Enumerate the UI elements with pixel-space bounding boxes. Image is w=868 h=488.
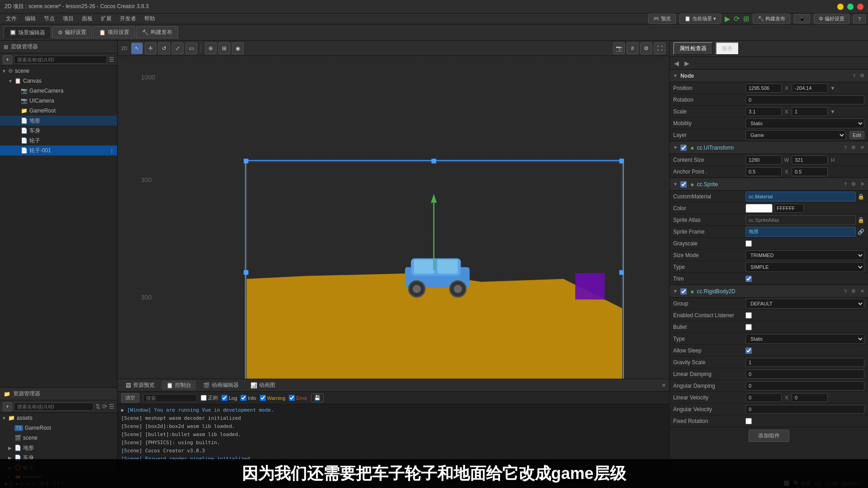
tree-item-terrain[interactable]: 📄 地形 [0,116,117,126]
add-node-button[interactable]: + [3,55,12,64]
sprite-enabled-checkbox[interactable] [680,181,687,188]
tool-rotate[interactable]: ↺ [158,42,170,54]
maximize-button[interactable] [847,4,854,10]
linear-damping-input[interactable] [745,370,864,379]
add-asset-button[interactable]: + [3,402,12,411]
node-section-header[interactable]: ▼ Node ? ⚙ [670,70,868,82]
tab-resource-preview[interactable]: 🖼 资源预览 [121,380,159,390]
tool-select[interactable]: ↖ [131,42,143,54]
filter-log[interactable]: Log [222,395,237,401]
frame-link-icon[interactable]: 🔗 [858,229,864,235]
uitransform-enabled-checkbox[interactable] [680,145,687,151]
gravity-scale-input[interactable] [745,358,864,367]
tree-item-gamecamera[interactable]: 📷 GameCamera [0,86,117,96]
filter-warning[interactable]: Warning [260,395,286,401]
material-link-icon[interactable]: 🔒 [858,193,864,200]
regex-checkbox[interactable] [201,395,207,401]
rigidbody2d-section-header[interactable]: ▼ ● cc.RigidBody2D ? ⚙ ✕ [670,285,868,298]
enabled-contact-checkbox[interactable] [745,312,752,319]
console-close-btn[interactable]: ≡ [662,382,665,389]
tab-console[interactable]: 📋 控制台 [162,380,196,390]
tab-inspector[interactable]: 属性检查器 [673,42,713,55]
filter-info[interactable]: Info [241,395,256,401]
filter-error[interactable]: Error [289,395,307,401]
warning-checkbox[interactable] [260,395,266,401]
assets-menu-button[interactable]: ☰ [109,403,114,410]
tab-build[interactable]: 🔨 构建发布 [136,26,178,38]
stop-button[interactable]: ⊞ [743,14,749,23]
layer-edit-button[interactable]: Edit [849,131,864,139]
tool-scale[interactable]: ⤢ [172,42,184,54]
sprite-delete-icon[interactable]: ✕ [860,181,864,187]
console-save-btn[interactable]: 💾 [311,394,324,402]
atlas-link-icon[interactable]: 🔒 [858,217,864,223]
content-height-input[interactable] [792,155,828,164]
uitransform-help-icon[interactable]: ? [844,145,847,150]
color-swatch[interactable] [745,204,773,213]
position-y-input[interactable] [792,84,828,93]
menu-file[interactable]: 文件 [2,14,20,23]
pause-button[interactable]: ⟳ [734,14,740,23]
tool-move[interactable]: ✛ [145,42,156,54]
info-checkbox[interactable] [241,395,246,401]
clear-console-btn[interactable]: 清空 [121,393,139,403]
uitransform-section-header[interactable]: ▼ ● cc.UITransform ? ⚙ ✕ [670,141,868,154]
asset-item-assets[interactable]: ▼ 📁 assets [0,413,117,423]
tool-collider[interactable]: ◉ [232,42,244,54]
rigidbody2d-help-icon[interactable]: ? [844,289,847,294]
group-dropdown[interactable]: DEFAULT [745,299,864,309]
anchor-y-input[interactable] [792,167,828,176]
nav-forward-button[interactable]: ▶ [683,59,691,68]
tool-anchor[interactable]: ⊕ [205,42,217,54]
nav-back-button[interactable]: ◀ [672,59,681,68]
menu-help[interactable]: 帮助 [141,14,159,23]
help-btn[interactable]: ? [853,14,866,23]
uitransform-delete-icon[interactable]: ✕ [860,145,864,150]
menu-edit[interactable]: 编辑 [21,14,39,23]
rigidbody2d-enabled-checkbox[interactable] [680,288,687,295]
console-search-input[interactable] [143,394,197,402]
menu-project[interactable]: 项目 [59,14,77,23]
scene-select[interactable]: 📋 当前场景 ▾ [679,14,721,24]
angular-velocity-input[interactable] [745,405,864,414]
color-hex-input[interactable] [774,204,804,213]
sprite-frame-field[interactable]: 地形 [745,227,856,237]
menu-node[interactable]: 节点 [40,14,58,23]
menu-panel[interactable]: 面板 [78,14,96,23]
hierarchy-search-input[interactable] [14,56,107,64]
filter-regex[interactable]: 正则 [201,394,218,401]
asset-item-gameroot[interactable]: TS GameRoot [0,423,117,433]
allow-sleep-checkbox[interactable] [745,347,752,354]
tool-rect[interactable]: ▭ [185,42,197,54]
assets-search-input[interactable] [14,403,94,411]
preview-device[interactable]: 📱 [794,14,810,23]
mobility-dropdown[interactable]: Static [745,118,864,128]
sprite-type-dropdown[interactable]: SIMPLE [745,262,864,272]
camera-btn[interactable]: 📷 [613,42,625,54]
tree-item-uicamera[interactable]: 📷 UICamera [0,96,117,106]
scale-y-input[interactable] [792,107,828,116]
close-button[interactable] [857,4,863,10]
rigidbody2d-settings-icon[interactable]: ⚙ [851,288,856,294]
tool-snap[interactable]: ⊞ [218,42,230,54]
scene-canvas[interactable]: 1000 300 300 [118,56,669,379]
minimize-button[interactable] [837,4,844,10]
error-checkbox[interactable] [289,395,295,401]
publish-btn[interactable]: 🔨 构建发布 [753,14,790,24]
tab-scene-editor[interactable]: 🔲 场景编辑器 [4,26,51,38]
tree-item-wheel[interactable]: 📄 轮子 [0,136,117,145]
hierarchy-menu-button[interactable]: ☰ [109,56,114,63]
tab-project-settings[interactable]: 📋 项目设置 [93,26,135,38]
tab-animation-editor[interactable]: 🎬 动画编辑器 [198,380,243,390]
preview-btn[interactable]: 🎮 预览 [648,14,676,24]
snap-settings-btn[interactable]: ⚙ [640,42,652,54]
content-width-input[interactable] [745,155,782,164]
position-x-input[interactable] [745,84,782,93]
node-settings-icon[interactable]: ⚙ [860,73,864,79]
tab-services[interactable]: 服务 [716,42,739,55]
rigidbody2d-delete-icon[interactable]: ✕ [860,288,864,294]
layer-dropdown[interactable]: Game [745,130,846,140]
play-button[interactable]: ▶ [725,14,730,23]
anchor-x-input[interactable] [745,167,782,176]
node-help-icon[interactable]: ? [853,73,855,79]
